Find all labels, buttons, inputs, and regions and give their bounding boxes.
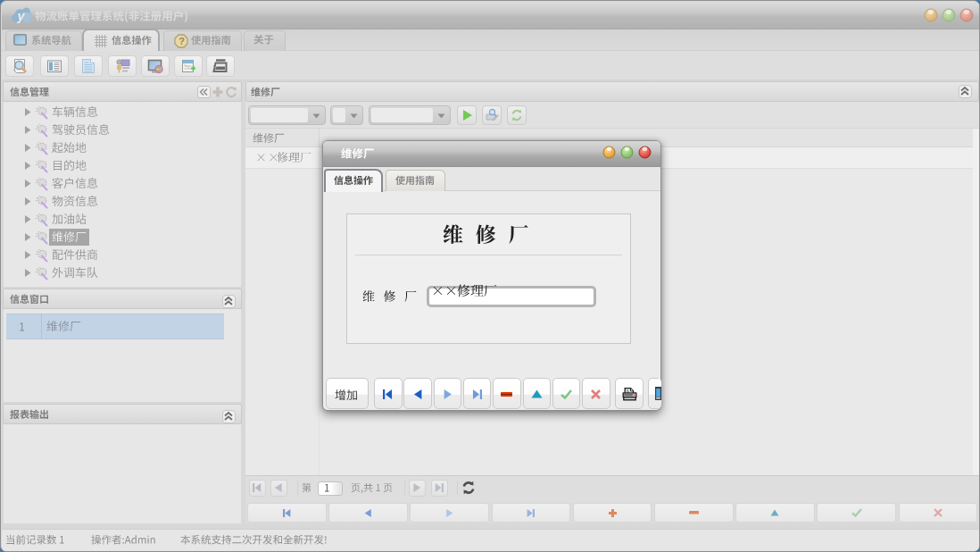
svg-text:?: ? bbox=[179, 36, 185, 46]
svg-text:y: y bbox=[17, 9, 26, 23]
